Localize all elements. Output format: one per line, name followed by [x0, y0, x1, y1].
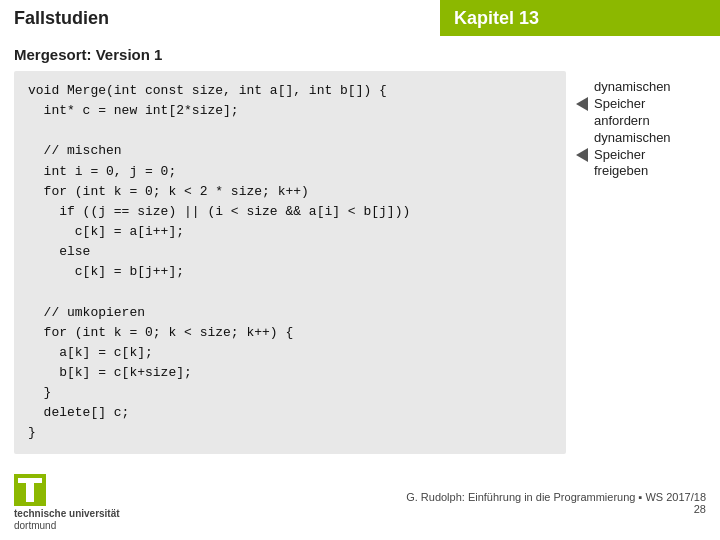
- footer-logo-area: technische universität dortmund: [14, 474, 120, 532]
- annotation-top: dynamischen Speicher anfordern: [576, 79, 706, 130]
- annotation-bottom-line2: Speicher: [594, 147, 671, 164]
- footer-university-line1: technische universität: [14, 508, 120, 520]
- tu-logo-icon: [14, 474, 46, 506]
- footer-reference-block: G. Rudolph: Einführung in die Programmie…: [406, 491, 706, 515]
- svg-rect-2: [26, 478, 34, 502]
- annotation-top-line3: anfordern: [594, 113, 671, 130]
- header-left-title: Fallstudien: [0, 8, 440, 29]
- header: Fallstudien Kapitel 13: [0, 0, 720, 36]
- arrow-top-icon: [576, 97, 588, 111]
- footer-university-line2: dortmund: [14, 520, 120, 532]
- footer-page: 28: [694, 503, 706, 515]
- annotation-bottom-line1: dynamischen: [594, 130, 671, 147]
- footer: technische universität dortmund G. Rudol…: [0, 474, 720, 532]
- annotation-bottom: dynamischen Speicher freigeben: [576, 130, 706, 189]
- annotation-bottom-line3: freigeben: [594, 163, 671, 180]
- section-title: Mergesort: Version 1: [14, 46, 706, 63]
- code-block: void Merge(int const size, int a[], int …: [14, 71, 566, 454]
- header-right-title: Kapitel 13: [440, 0, 720, 36]
- annotation-top-line1: dynamischen: [594, 79, 671, 96]
- footer-reference: G. Rudolph: Einführung in die Programmie…: [406, 491, 706, 503]
- annotation-top-line2: Speicher: [594, 96, 671, 113]
- arrow-bottom-icon: [576, 148, 588, 162]
